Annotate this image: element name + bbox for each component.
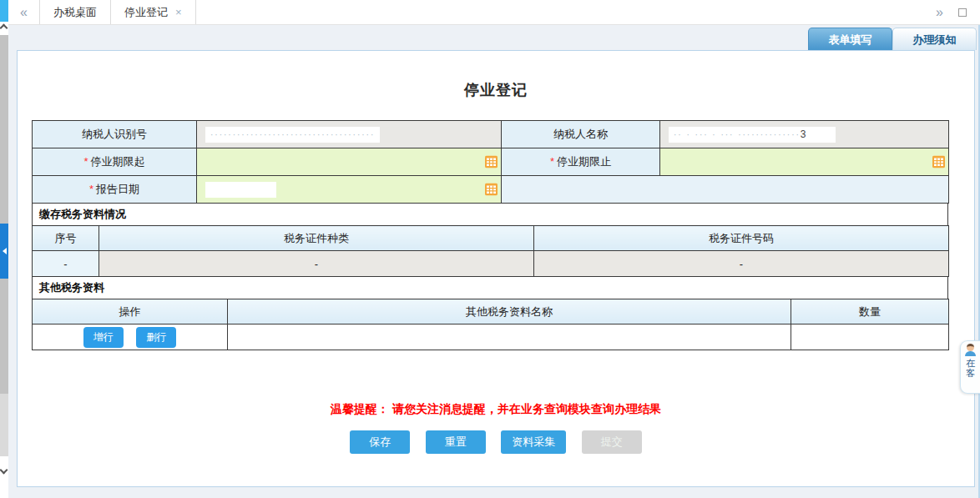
tab-suspension-registration[interactable]: 停业登记 × [111, 0, 196, 24]
table-cell: - [33, 251, 99, 277]
calendar-icon[interactable] [932, 156, 945, 169]
column-header: 操作 [33, 299, 228, 324]
calendar-icon[interactable] [485, 184, 498, 196]
panel-tab-group: 表单填写 办理须知 [808, 28, 977, 50]
tab-bar: « 办税桌面 停业登记 × » [8, 0, 980, 25]
taxpayer-form-table: 纳税人识别号 ·································… [32, 120, 949, 204]
tab-handling-notes[interactable]: 办理须知 [892, 28, 977, 50]
suspend-start-field[interactable] [197, 148, 502, 176]
submit-button[interactable]: 提交 [582, 430, 642, 454]
collect-materials-button[interactable]: 资料采集 [501, 430, 566, 454]
required-mark: * [550, 155, 554, 168]
suspend-end-label: *停业期限止 [502, 148, 660, 176]
left-strip-accent [0, 0, 8, 22]
tab-label: 停业登记 [124, 5, 168, 20]
taxpayer-id-label: 纳税人识别号 [33, 121, 197, 148]
suspend-start-label: *停业期限起 [33, 148, 197, 176]
taxpayer-id-value: ····································· [197, 121, 502, 148]
table-row: *停业期限起 *停业期限止 [33, 148, 949, 176]
tab-label: 办税桌面 [53, 5, 97, 20]
table-row: - - - [33, 251, 949, 277]
material-name-cell[interactable] [228, 324, 791, 350]
delete-row-button[interactable]: 删行 [136, 327, 176, 348]
tabs-scroll-left-icon[interactable]: « [8, 0, 39, 24]
row-actions-cell: 增行 删行 [33, 324, 228, 350]
maximize-icon[interactable] [958, 8, 967, 17]
column-header: 税务证件号码 [534, 226, 949, 251]
calendar-icon[interactable] [485, 156, 498, 169]
table-row: *报告日期 [33, 176, 949, 204]
empty-cell [502, 176, 949, 204]
tab-form-fill[interactable]: 表单填写 [808, 28, 892, 50]
service-agent-icon [964, 344, 977, 356]
add-row-button[interactable]: 增行 [83, 327, 124, 348]
table-cell: - [99, 251, 534, 277]
other-materials-table: 操作 其他税务资料名称 数量 增行 删行 [32, 299, 949, 350]
taxpayer-name-value: ·· · ··· · ··· ··············3 [660, 121, 949, 148]
save-button[interactable]: 保存 [350, 430, 410, 454]
redacted-value [205, 182, 276, 198]
scrollbar-track[interactable] [0, 35, 8, 456]
table-row: 增行 删行 [33, 324, 949, 350]
page-title: 停业登记 [18, 80, 974, 100]
column-header: 数量 [791, 299, 949, 324]
action-button-bar: 保存 重置 资料采集 提交 [18, 430, 974, 454]
tab-close-icon[interactable]: × [175, 6, 182, 18]
tabs-scroll-right-icon[interactable]: » [924, 0, 955, 24]
table-header-row: 操作 其他税务资料名称 数量 [33, 299, 949, 324]
collapse-arrow-icon [3, 248, 7, 254]
scrollbar-thumb[interactable] [0, 35, 8, 394]
online-service-widget[interactable]: 在 客 [960, 340, 980, 394]
quantity-cell[interactable] [791, 324, 949, 350]
deposit-table: 序号 税务证件种类 税务证件号码 - - - [32, 225, 949, 277]
tab-tax-desktop[interactable]: 办税桌面 [39, 0, 111, 24]
section-deposit-title: 缴存税务资料情况 [32, 203, 948, 226]
reset-button[interactable]: 重置 [426, 430, 486, 454]
redacted-value: ····································· [205, 127, 380, 143]
redacted-value: ·· · ··· · ··· ··············3 [669, 127, 836, 143]
column-header: 序号 [33, 226, 99, 251]
taxpayer-name-label: 纳税人名称 [502, 121, 660, 148]
required-mark: * [89, 183, 93, 195]
table-cell: - [534, 251, 949, 277]
suspend-end-field[interactable] [660, 148, 949, 176]
tabbar-spacer [196, 0, 925, 24]
panel-collapse-handle[interactable] [0, 224, 8, 279]
report-date-field[interactable] [197, 176, 502, 204]
main-panel: 停业登记 纳税人识别号 ····························… [17, 50, 975, 487]
scroll-up-icon[interactable] [0, 24, 8, 33]
table-row: 纳税人识别号 ·································… [33, 121, 949, 148]
left-scroll-strip [0, 0, 8, 498]
column-header: 税务证件种类 [99, 226, 534, 251]
table-header-row: 序号 税务证件种类 税务证件号码 [33, 226, 949, 251]
column-header: 其他税务资料名称 [228, 299, 791, 324]
scroll-down-icon[interactable] [0, 466, 8, 475]
reminder-text: 温馨提醒： 请您关注消息提醒，并在业务查询模块查询办理结果 [18, 402, 974, 417]
required-mark: * [83, 155, 88, 168]
section-other-title: 其他税务资料 [32, 276, 948, 299]
service-widget-label: 在 客 [961, 358, 980, 378]
report-date-label: *报告日期 [33, 176, 197, 204]
